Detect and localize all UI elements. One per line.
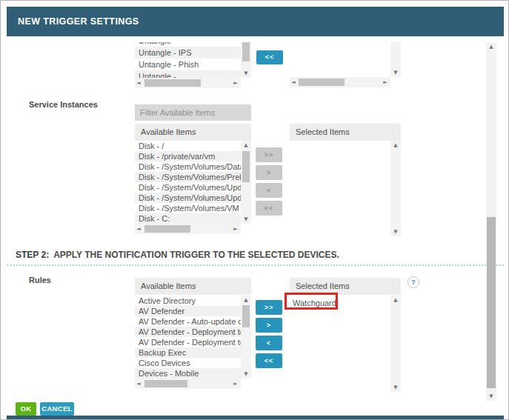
- rules-selected-list: Watchguard: [290, 296, 390, 392]
- scroll-up-icon[interactable]: ▲: [390, 141, 401, 150]
- list-item[interactable]: AV Defender - Deployment to Wo: [135, 337, 241, 347]
- scroll-left-icon[interactable]: ◄: [135, 379, 142, 389]
- list-item[interactable]: Active Directory: [135, 296, 241, 306]
- move-all-right-button[interactable]: >>: [256, 147, 282, 162]
- scrollbar-vertical[interactable]: ▼: [241, 42, 251, 78]
- scroll-right-icon[interactable]: ►: [232, 78, 239, 88]
- help-icon[interactable]: ?: [407, 276, 419, 288]
- service-instances-label: Service Instances: [29, 100, 98, 109]
- scrollbar-thumb[interactable]: [242, 305, 250, 327]
- scrollbar-vertical[interactable]: ▲ ▼: [241, 296, 251, 379]
- scroll-down-icon[interactable]: ▼: [241, 215, 251, 224]
- rules-available-list: Active Directory AV Defender AV Defender…: [135, 296, 241, 379]
- scroll-down-icon[interactable]: ▼: [486, 392, 496, 401]
- scroll-down-icon[interactable]: ▼: [390, 68, 401, 77]
- scrollbar-vertical-main[interactable]: ▲ ▼: [486, 42, 496, 401]
- list-item[interactable]: Disk - C:: [135, 213, 241, 224]
- section-divider: [7, 264, 504, 266]
- scrollbar-horizontal[interactable]: ◄ ►: [135, 379, 241, 389]
- scrollbar-thumb[interactable]: [144, 380, 187, 387]
- list-item-partial: Untangle -: [135, 70, 241, 78]
- new-trigger-settings-dialog: NEW TRIGGER SETTINGS Untangle - Untangle…: [0, 0, 509, 420]
- list-item[interactable]: Devices - Mobile: [135, 368, 241, 379]
- move-one-left-button[interactable]: <: [256, 336, 282, 350]
- scrollbar-thumb[interactable]: [487, 217, 496, 388]
- list-item[interactable]: Backup Exec: [135, 347, 241, 358]
- selected-items-header: Selected Items: [290, 124, 401, 141]
- list-item[interactable]: AV Defender: [135, 306, 241, 316]
- list-item[interactable]: Disk - /System/Volumes/VM: [135, 203, 241, 213]
- scrollbar-vertical[interactable]: ▼: [390, 42, 401, 77]
- service-available-list: Disk - / Disk - /private/var/vm Disk - /…: [135, 141, 241, 224]
- dialog-title: NEW TRIGGER SETTINGS: [7, 7, 504, 36]
- available-items-header: Available Items: [135, 124, 251, 141]
- scrollbar-thumb[interactable]: [144, 225, 190, 233]
- move-all-left-button[interactable]: <<: [256, 50, 283, 64]
- scrollbar-horizontal[interactable]: ◄ ►: [135, 224, 241, 234]
- scrollbar-thumb[interactable]: [242, 42, 250, 61]
- list-item[interactable]: AV Defender - Deployment to Se: [135, 327, 241, 337]
- list-item[interactable]: Disk - /private/var/vm: [135, 151, 241, 161]
- scroll-up-icon[interactable]: ▲: [241, 141, 251, 150]
- scrollbar-horizontal[interactable]: ◄ ►: [290, 77, 390, 87]
- scroll-down-icon[interactable]: ▼: [390, 383, 401, 392]
- scroll-left-icon[interactable]: ◄: [135, 78, 142, 88]
- scroll-down-icon[interactable]: ▼: [390, 227, 401, 236]
- step2-text: APPLY THE NOTIFICATION TRIGGER TO THE SE…: [53, 250, 339, 260]
- move-all-right-button[interactable]: >>: [256, 300, 282, 315]
- move-all-left-button[interactable]: <<: [256, 353, 282, 368]
- ok-button[interactable]: OK: [16, 402, 36, 416]
- filter-available-items-input[interactable]: [135, 104, 251, 121]
- step2-label: STEP 2:: [16, 250, 49, 260]
- scrollbar-vertical[interactable]: ▲ ▼: [390, 296, 401, 392]
- scrollbar-vertical[interactable]: ▲ ▼: [390, 141, 401, 236]
- scroll-down-icon[interactable]: ▼: [241, 69, 251, 78]
- list-item[interactable]: Untangle - Phish: [135, 59, 241, 70]
- dialog-header: NEW TRIGGER SETTINGS: [7, 7, 504, 36]
- scrollbar-horizontal[interactable]: ◄ ►: [135, 78, 241, 88]
- scroll-down-icon[interactable]: ▼: [241, 370, 251, 379]
- scroll-right-icon[interactable]: ►: [232, 224, 239, 234]
- highlight-box: [285, 293, 338, 310]
- scrollbar-thumb[interactable]: [242, 151, 250, 182]
- scrollbar-thumb[interactable]: [144, 79, 201, 87]
- move-one-right-button[interactable]: >: [256, 318, 282, 333]
- list-item[interactable]: Untangle - IPS: [135, 47, 241, 59]
- list-item[interactable]: Disk - /System/Volumes/Update/: [135, 193, 241, 203]
- service-selected-list: [290, 141, 390, 236]
- scroll-up-icon[interactable]: ▲: [390, 296, 401, 304]
- rules-label: Rules: [29, 276, 51, 284]
- move-all-left-button[interactable]: <<: [256, 201, 282, 216]
- list-item[interactable]: Disk - /System/Volumes/Data: [135, 161, 241, 172]
- scroll-right-icon[interactable]: ►: [382, 77, 389, 87]
- scrollbar-thumb[interactable]: [299, 79, 345, 86]
- move-one-right-button[interactable]: >: [256, 165, 282, 180]
- step2-heading: STEP 2:APPLY THE NOTIFICATION TRIGGER TO…: [16, 250, 339, 260]
- top-selected-list: [290, 42, 390, 77]
- scroll-left-icon[interactable]: ◄: [135, 224, 142, 234]
- list-item[interactable]: Cisco Devices: [135, 358, 241, 368]
- list-item[interactable]: AV Defender - Auto-update confi: [135, 316, 241, 327]
- list-item[interactable]: Disk - /System/Volumes/Preboot: [135, 172, 241, 182]
- list-item[interactable]: Disk - /System/Volumes/Update: [135, 182, 241, 193]
- list-item[interactable]: Disk - /: [135, 141, 241, 151]
- top-available-list: Untangle - Untangle - IPS Untangle - Phi…: [135, 42, 241, 78]
- scrollbar-vertical[interactable]: ▲ ▼: [241, 141, 251, 224]
- scroll-left-icon[interactable]: ◄: [290, 77, 297, 87]
- dialog-bottom-edge: [7, 416, 504, 419]
- move-one-left-button[interactable]: <: [256, 183, 282, 198]
- available-items-header: Available Items: [135, 278, 251, 295]
- scroll-up-icon[interactable]: ▲: [486, 42, 496, 51]
- scroll-right-icon[interactable]: ►: [232, 379, 239, 389]
- scroll-up-icon[interactable]: ▲: [241, 296, 251, 304]
- cancel-button[interactable]: CANCEL: [40, 402, 74, 416]
